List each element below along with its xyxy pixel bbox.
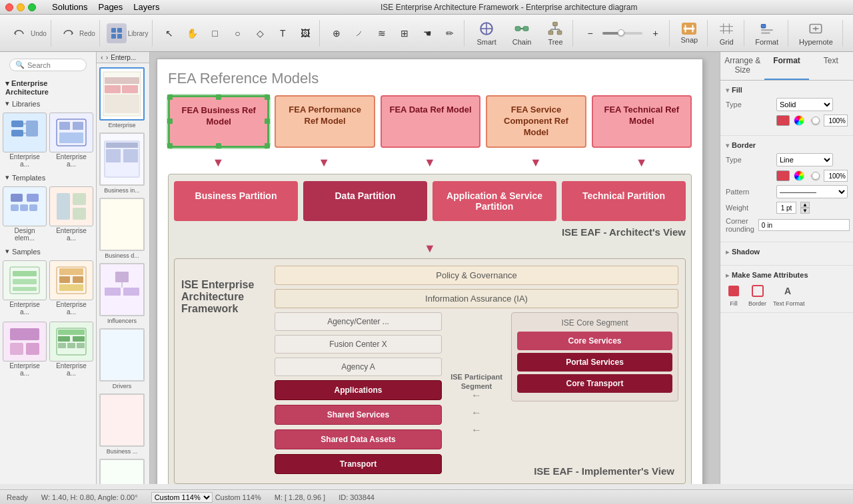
border-color-swatch[interactable] [776,170,790,181]
redo-button[interactable] [58,23,78,43]
fill-opacity-slider[interactable] [808,119,820,122]
nav-forward[interactable]: › [106,53,109,61]
rect-tool[interactable]: □ [205,23,225,43]
shared-services-btn[interactable]: Shared Services [275,405,442,425]
thumb-2[interactable] [49,113,93,152]
fea-service-ref[interactable]: FEA Service Component Ref Model [486,95,586,148]
zoom-slider[interactable] [602,32,642,35]
make-same-border[interactable]: Border [748,283,766,307]
border-type-select[interactable]: Line [776,153,833,166]
applications-btn[interactable]: Applications [275,380,442,400]
thumb-6[interactable] [49,260,93,300]
move-tool[interactable]: ✋ [182,23,202,43]
core-transport-btn[interactable]: Core Transport [517,374,672,393]
hypernote-tool[interactable]: Hypernote [794,19,838,47]
breadcrumb-item[interactable]: Enterp... [111,54,136,61]
make-same-fill[interactable]: Fill [726,283,742,307]
page-business-d[interactable]: Business d... [99,198,147,259]
page-drivers[interactable]: Drivers [99,328,147,389]
zoom-in-btn[interactable]: + [645,23,665,43]
smart-tool[interactable]: Smart [471,19,501,47]
chain-tool[interactable]: Chain [507,19,537,47]
info-tool[interactable]: i Info [848,19,853,47]
search-input[interactable] [27,61,81,69]
undo-button[interactable] [9,23,29,43]
thumb-8[interactable] [49,322,93,362]
page-business-in[interactable]: Business in... [99,132,147,194]
tab-text[interactable]: Text [809,52,853,80]
fill-color-wheel[interactable] [794,115,804,126]
waypoint-tool[interactable]: ⊞ [395,23,415,43]
fea-performance-ref[interactable]: FEA Performance Ref Model [275,95,375,148]
hand-tool[interactable]: ☚ [417,23,437,43]
border-opacity-input[interactable] [824,170,848,182]
format-tool[interactable]: Format [750,19,784,47]
shared-data-btn[interactable]: Shared Data Assets [275,429,442,449]
fusion-center[interactable]: Fusion Center X [275,335,442,354]
close-button[interactable] [5,3,13,11]
page-operating[interactable]: Operating ... [99,459,147,484]
thumb-4[interactable] [49,186,93,226]
core-services-btn[interactable]: Core Services [517,332,672,350]
agency-a[interactable]: Agency A [275,358,442,376]
zoom-select[interactable]: Custom 114% [151,492,213,503]
text-tool[interactable]: T [273,23,293,43]
thumb-1[interactable] [3,113,47,152]
portal-services-btn[interactable]: Portal Services [517,353,672,372]
agency-center[interactable]: Agency/Center ... [275,312,442,331]
fea-business-ref[interactable]: FEA Business Ref Model [168,95,269,148]
fea-data-ref[interactable]: FEA Data Ref Model [381,95,480,148]
page-influencers[interactable]: Influencers [99,263,147,324]
zoom-control[interactable]: Custom 114% Custom 114% [151,492,261,503]
ellipse-tool[interactable]: ○ [227,23,247,43]
pointer-tool[interactable]: ⊕ [327,23,347,43]
maximize-button[interactable] [28,3,36,11]
thumb-5[interactable] [3,260,47,300]
fill-type-select[interactable]: Solid [776,98,833,111]
tab-arrange[interactable]: Arrange & Size [720,52,764,80]
make-same-text[interactable]: A Text Format [773,283,805,307]
image-tool[interactable]: 🖼 [295,23,315,43]
menu-pages[interactable]: Pages [98,2,123,12]
snap-tool[interactable]: Snap [675,21,703,45]
transport-btn[interactable]: Transport [275,454,442,474]
data-partition[interactable]: Data Partition [303,181,427,221]
business-partition[interactable]: Business Partition [174,181,298,221]
diamond-tool[interactable]: ◇ [250,23,270,43]
menu-layers[interactable]: Layers [133,2,159,12]
weight-down[interactable]: ▼ [800,208,810,214]
samples-toggle[interactable]: ▾ Samples [0,245,96,258]
fill-opacity-input[interactable] [824,115,848,126]
border-weight-input[interactable] [776,202,796,214]
canvas-area[interactable]: FEA Reference Models FEA Business Ref Mo… [150,52,720,484]
tree-tool[interactable]: Tree [542,19,568,47]
minimize-button[interactable] [17,3,25,11]
search-box[interactable]: 🔍 [9,59,87,71]
tab-format[interactable]: Format [764,52,808,80]
page-business-2[interactable]: Business ... [99,393,147,455]
path-tool[interactable]: ≋ [372,23,392,43]
thumb-7[interactable] [3,322,47,362]
fea-technical-ref[interactable]: FEA Technical Ref Model [592,95,692,148]
corner-input[interactable] [758,219,850,231]
zoom-out-btn[interactable]: − [580,23,600,43]
pencil-tool[interactable]: ✏ [440,23,460,43]
thumb-3[interactable] [3,186,47,226]
grid-tool[interactable]: Grid [713,19,740,47]
connector-tool[interactable]: ⟋ [349,23,369,43]
select-tool[interactable]: ↖ [159,23,179,43]
border-opacity-slider[interactable] [808,174,820,177]
libraries-toggle[interactable]: ▾ Libraries [0,97,96,110]
technical-partition[interactable]: Technical Partition [562,181,686,221]
templates-toggle[interactable]: ▾ Templates [0,171,96,184]
border-pattern-select[interactable]: ————— [776,185,848,198]
nav-back[interactable]: ‹ [101,53,103,61]
app-service-partition[interactable]: Application & Service Partition [432,181,556,221]
page-enterprise[interactable]: Enterprise [99,67,147,128]
library-button[interactable] [107,23,127,43]
weight-up[interactable]: ▲ [800,202,810,208]
menu-solutions[interactable]: Solutions [52,2,87,12]
weight-stepper[interactable]: ▲ ▼ [800,202,810,214]
fill-color-swatch[interactable] [776,115,790,126]
border-color-wheel[interactable] [794,170,804,181]
